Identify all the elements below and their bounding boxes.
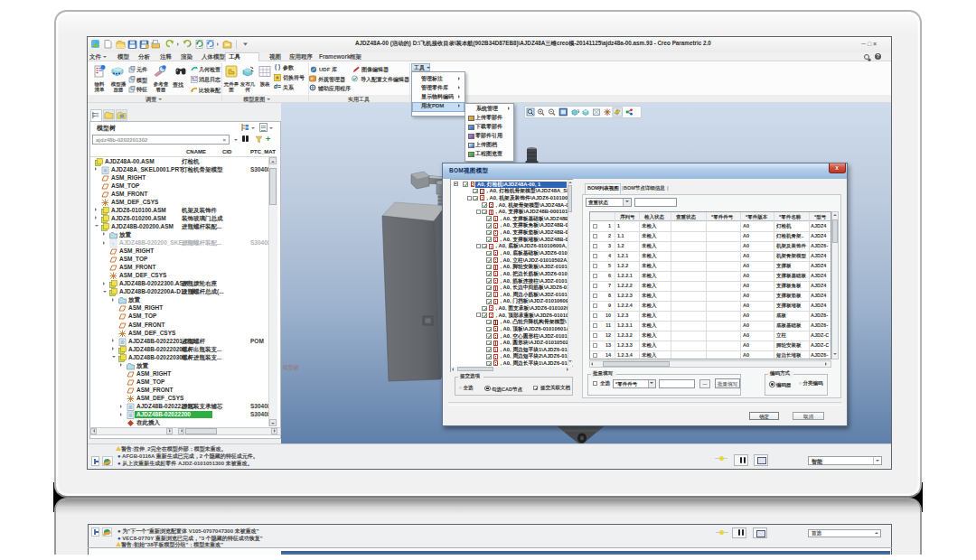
svg-text:模型树: 模型树 xyxy=(283,364,299,371)
